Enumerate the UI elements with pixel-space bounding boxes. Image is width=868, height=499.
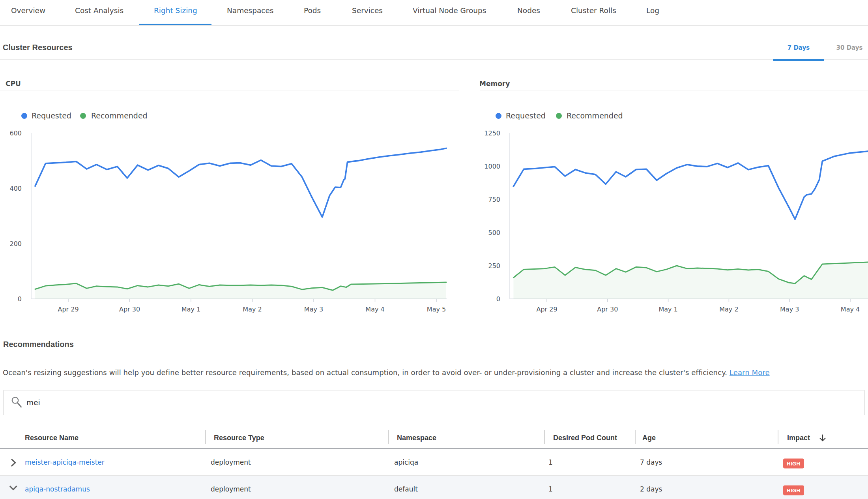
svg-text:0: 0 (18, 295, 22, 303)
cpu-chart-title: CPU (6, 80, 21, 88)
period-toggle-7-days[interactable]: 7 Days (773, 44, 824, 51)
cpu-chart: 0200400600Apr 29Apr 30May 1May 2May 3May… (0, 126, 459, 316)
column-divider (388, 430, 389, 444)
recommendations-description-text: Ocean's resizing suggestions will help y… (3, 368, 727, 377)
tab-pods[interactable]: Pods (304, 6, 321, 15)
svg-text:May 3: May 3 (780, 306, 799, 313)
memory-legend-requested-dot (496, 113, 501, 119)
active-period-underline (773, 59, 824, 61)
search-icon (10, 395, 24, 409)
namespace-cell: default (394, 485, 418, 493)
search-input[interactable] (26, 391, 835, 414)
svg-text:500: 500 (488, 229, 500, 236)
tab-bar: Overview Cost Analysis Right Sizing Name… (0, 0, 868, 26)
desired-pod-count-cell: 1 (548, 485, 553, 493)
tab-log[interactable]: Log (646, 6, 659, 15)
tab-overview[interactable]: Overview (11, 6, 45, 15)
cpu-legend-recommended-dot (80, 113, 86, 119)
age-cell: 7 days (640, 458, 662, 466)
svg-text:1000: 1000 (484, 163, 500, 170)
memory-title-divider (480, 90, 868, 90)
section-title-cluster-resources: Cluster Resources (3, 43, 73, 52)
column-header-resource-type[interactable]: Resource Type (214, 434, 264, 442)
column-header-resource-name[interactable]: Resource Name (25, 434, 79, 442)
tab-cluster-rolls[interactable]: Cluster Rolls (571, 6, 616, 15)
svg-text:May 2: May 2 (243, 306, 262, 313)
svg-text:May 4: May 4 (365, 306, 384, 313)
learn-more-link[interactable]: Learn More (730, 368, 770, 377)
column-divider (544, 430, 545, 444)
svg-text:250: 250 (488, 262, 500, 270)
resource-type-cell: deployment (211, 458, 251, 466)
svg-text:600: 600 (9, 129, 22, 137)
svg-text:Apr 30: Apr 30 (597, 306, 618, 313)
sort-desc-icon[interactable] (818, 434, 827, 443)
cluster-resources-header: Cluster Resources 7 Days 30 Days (0, 26, 868, 60)
memory-legend-requested-label: Requested (506, 111, 546, 120)
tab-cost-analysis[interactable]: Cost Analysis (75, 6, 123, 15)
svg-text:1250: 1250 (484, 129, 500, 137)
svg-text:200: 200 (9, 240, 22, 248)
recommendations-description: Ocean's resizing suggestions will help y… (3, 368, 770, 377)
resource-type-cell: deployment (211, 485, 251, 493)
section-title-recommendations: Recommendations (3, 340, 74, 349)
column-header-desired-pod-count[interactable]: Desired Pod Count (553, 434, 617, 442)
namespace-cell: apiciqa (394, 458, 418, 466)
svg-text:May 2: May 2 (719, 306, 738, 313)
column-divider (778, 430, 778, 444)
svg-text:May 1: May 1 (181, 306, 200, 313)
cpu-legend-recommended-label: Recommended (91, 111, 148, 120)
impact-badge: HIGH (783, 485, 804, 495)
recommendations-divider (0, 359, 868, 359)
column-header-impact[interactable]: Impact (787, 434, 810, 442)
active-tab-underline (139, 24, 211, 25)
memory-chart: 025050075010001250Apr 29Apr 30May 1May 2… (473, 126, 868, 316)
svg-text:Apr 29: Apr 29 (536, 306, 557, 313)
table-row-expanded: apiqa-nostradamus deployment default 1 2… (0, 476, 868, 499)
period-toggle-30-days[interactable]: 30 Days (824, 44, 868, 51)
resource-name-link[interactable]: apiqa-nostradamus (25, 485, 90, 493)
chevron-down-icon[interactable] (9, 485, 18, 491)
svg-text:Apr 29: Apr 29 (58, 306, 79, 313)
svg-text:Apr 30: Apr 30 (119, 306, 140, 313)
svg-text:May 3: May 3 (304, 306, 323, 313)
tab-services[interactable]: Services (352, 6, 383, 15)
tab-nodes[interactable]: Nodes (517, 6, 540, 15)
chevron-right-icon[interactable] (10, 458, 17, 467)
table-row: meister-apiciqa-meister deployment apici… (0, 449, 868, 476)
cpu-legend-requested-label: Requested (32, 111, 71, 120)
svg-text:400: 400 (9, 185, 22, 192)
resource-name-link[interactable]: meister-apiciqa-meister (25, 458, 105, 466)
svg-text:0: 0 (496, 295, 500, 303)
age-cell: 2 days (640, 485, 662, 493)
search-box (3, 390, 865, 415)
impact-badge: HIGH (783, 459, 804, 469)
cpu-legend-requested-dot (21, 113, 27, 119)
svg-text:May 4: May 4 (841, 306, 860, 313)
memory-chart-title: Memory (479, 80, 510, 88)
svg-text:750: 750 (488, 196, 500, 203)
page: Overview Cost Analysis Right Sizing Name… (0, 0, 868, 499)
tab-namespaces[interactable]: Namespaces (227, 6, 274, 15)
cpu-title-divider (0, 90, 459, 90)
svg-text:May 5: May 5 (427, 306, 446, 313)
svg-text:May 1: May 1 (658, 306, 677, 313)
column-divider (205, 430, 206, 444)
desired-pod-count-cell: 1 (548, 458, 553, 466)
memory-legend-recommended-dot (556, 113, 562, 119)
memory-legend-recommended-label: Recommended (567, 111, 623, 120)
tab-virtual-node-groups[interactable]: Virtual Node Groups (413, 6, 486, 15)
tab-right-sizing[interactable]: Right Sizing (154, 6, 197, 15)
column-divider (635, 430, 636, 444)
column-header-namespace[interactable]: Namespace (397, 434, 436, 442)
column-header-age[interactable]: Age (642, 434, 656, 442)
